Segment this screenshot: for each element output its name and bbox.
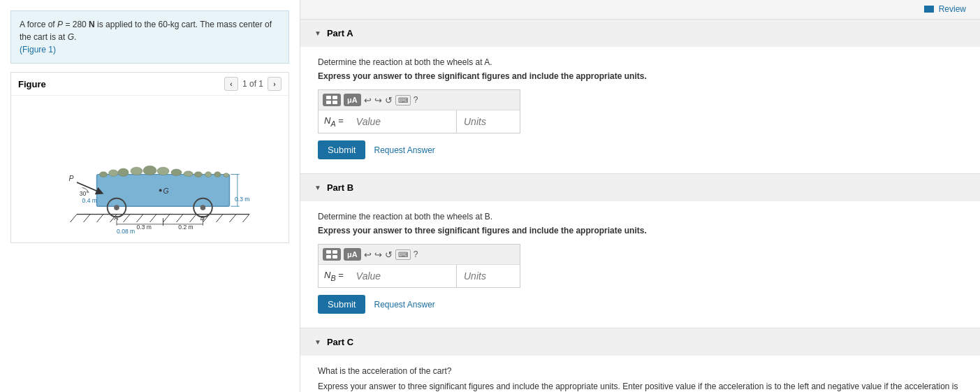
part-a-body: Determine the reaction at both the wheel… xyxy=(300,47,980,173)
figure-canvas: G P 30° 0.4 m 0.3 m 0.3 xyxy=(11,96,288,242)
figure-nav: ‹ 1 of 1 › xyxy=(224,77,281,91)
svg-line-14 xyxy=(243,215,250,222)
part-a-submit-button[interactable]: Submit xyxy=(318,140,365,159)
svg-text:0.3 m: 0.3 m xyxy=(235,196,249,203)
review-bar: Review xyxy=(300,0,980,20)
svg-point-16 xyxy=(99,172,107,177)
part-a-section: ▼ Part A Determine the reaction at both … xyxy=(300,20,980,174)
part-b-value-input[interactable] xyxy=(349,265,457,287)
part-b-request-link[interactable]: Request Answer xyxy=(374,300,434,310)
problem-statement: A force of P = 280 N is applied to the 6… xyxy=(20,20,272,42)
part-c-body: What is the acceleration of the cart? Ex… xyxy=(300,356,980,392)
svg-point-27 xyxy=(224,173,229,177)
svg-point-21 xyxy=(157,167,169,175)
svg-point-29 xyxy=(114,205,119,210)
review-label: Review xyxy=(939,4,966,14)
svg-point-18 xyxy=(118,168,129,176)
part-a-chevron: ▼ xyxy=(314,29,321,37)
part-b-undo-btn[interactable]: ↩ xyxy=(364,249,372,260)
svg-rect-53 xyxy=(326,96,331,99)
svg-text:0.4 m: 0.4 m xyxy=(82,197,97,204)
svg-line-7 xyxy=(150,215,157,222)
part-a-keyboard-btn[interactable]: ⌨ xyxy=(395,95,411,106)
part-b-description: Determine the reaction at both the wheel… xyxy=(318,212,963,222)
review-link[interactable]: Review xyxy=(924,4,966,14)
svg-line-10 xyxy=(190,215,197,222)
part-b-input-row: NB = xyxy=(319,265,520,287)
part-a-var-label: NA = xyxy=(319,115,349,128)
figure-link[interactable]: (Figure 1) xyxy=(20,45,56,55)
part-a-request-link[interactable]: Request Answer xyxy=(374,145,434,155)
part-a-instruction: Express your answer to three significant… xyxy=(318,71,963,81)
part-b-units-input[interactable] xyxy=(457,265,520,287)
part-a-action-row: Submit Request Answer xyxy=(318,140,963,159)
svg-line-12 xyxy=(217,215,224,222)
svg-point-17 xyxy=(109,170,118,177)
part-b-grid-btn[interactable] xyxy=(323,248,341,261)
figure-diagram: G P 30° 0.4 m 0.3 m 0.3 xyxy=(18,103,281,235)
svg-text:P: P xyxy=(69,175,74,182)
svg-line-3 xyxy=(97,215,104,222)
svg-rect-56 xyxy=(332,101,337,104)
part-b-chevron: ▼ xyxy=(314,184,321,191)
svg-rect-54 xyxy=(332,96,337,99)
part-a-undo-btn[interactable]: ↩ xyxy=(364,95,372,106)
part-b-body: Determine the reaction at both the wheel… xyxy=(300,201,980,328)
svg-rect-57 xyxy=(326,250,331,254)
svg-text:G: G xyxy=(163,187,169,195)
svg-text:0.08 m: 0.08 m xyxy=(117,228,135,235)
part-a-toolbar: μA ↩ ↪ ↺ ⌨ ? xyxy=(319,90,520,110)
svg-point-23 xyxy=(184,171,193,177)
svg-line-2 xyxy=(84,215,91,222)
part-b-header[interactable]: ▼ Part B xyxy=(300,174,980,201)
review-icon xyxy=(924,6,934,13)
svg-rect-58 xyxy=(332,250,337,254)
part-a-input-row: NA = xyxy=(319,110,520,133)
part-a-answer-box: μA ↩ ↪ ↺ ⌨ ? NA = xyxy=(318,89,520,133)
part-a-refresh-btn[interactable]: ↺ xyxy=(385,95,393,106)
svg-point-26 xyxy=(214,172,221,177)
part-a-description: Determine the reaction at both the wheel… xyxy=(318,57,963,67)
figure-title: Figure xyxy=(18,79,46,89)
part-c-instruction: Express your answer to three significant… xyxy=(318,380,963,392)
next-figure-button[interactable]: › xyxy=(268,77,281,91)
figure-header: Figure ‹ 1 of 1 › xyxy=(11,73,288,96)
svg-text:B: B xyxy=(200,214,205,222)
part-b-refresh-btn[interactable]: ↺ xyxy=(385,249,393,260)
part-b-answer-box: μA ↩ ↪ ↺ ⌨ ? NB = xyxy=(318,244,520,288)
part-a-header[interactable]: ▼ Part A xyxy=(300,20,980,47)
part-c-description: What is the acceleration of the cart? xyxy=(318,366,963,376)
svg-point-24 xyxy=(194,172,202,177)
svg-point-25 xyxy=(205,172,212,177)
figure-section: Figure ‹ 1 of 1 › xyxy=(10,72,289,243)
part-c-section: ▼ Part C What is the acceleration of the… xyxy=(300,328,980,392)
svg-line-8 xyxy=(163,215,170,222)
svg-point-31 xyxy=(200,205,206,210)
part-a-help-btn[interactable]: ? xyxy=(414,95,418,105)
figure-nav-label: 1 of 1 xyxy=(242,79,263,89)
part-a-text-btn[interactable]: μA xyxy=(344,94,361,106)
left-panel: A force of P = 280 N is applied to the 6… xyxy=(0,0,300,392)
right-panel: Review ▼ Part A Determine the reaction a… xyxy=(300,0,980,392)
part-c-chevron: ▼ xyxy=(314,338,321,346)
part-a-redo-btn[interactable]: ↪ xyxy=(374,95,382,106)
svg-text:30°: 30° xyxy=(80,190,89,197)
svg-rect-55 xyxy=(326,101,331,104)
part-b-redo-btn[interactable]: ↪ xyxy=(374,249,382,260)
part-a-label: Part A xyxy=(327,28,353,38)
part-b-submit-button[interactable]: Submit xyxy=(318,295,365,314)
prev-figure-button[interactable]: ‹ xyxy=(224,77,238,91)
part-b-text-btn[interactable]: μA xyxy=(344,248,361,261)
part-a-value-input[interactable] xyxy=(349,110,457,133)
part-b-label: Part B xyxy=(327,182,353,193)
svg-line-5 xyxy=(124,215,131,222)
part-a-units-input[interactable] xyxy=(457,110,520,133)
part-b-instruction: Express your answer to three significant… xyxy=(318,226,963,235)
part-b-var-label: NB = xyxy=(319,270,349,282)
part-b-help-btn[interactable]: ? xyxy=(414,249,418,259)
part-c-header[interactable]: ▼ Part C xyxy=(300,328,980,356)
part-b-keyboard-btn[interactable]: ⌨ xyxy=(395,249,411,260)
part-c-label: Part C xyxy=(327,337,353,347)
svg-line-6 xyxy=(137,215,144,222)
part-a-grid-btn[interactable] xyxy=(323,94,341,106)
